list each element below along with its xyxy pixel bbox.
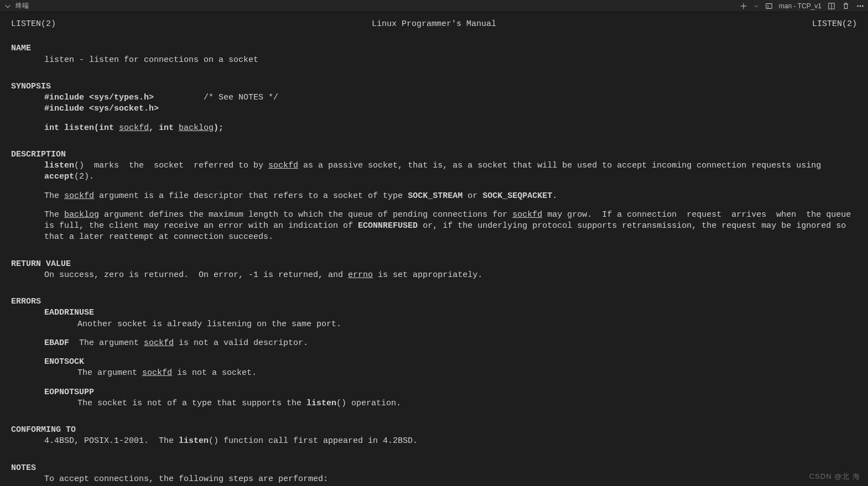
section-name: NAME bbox=[11, 43, 857, 54]
description-para-1: listen() marks the socket referred to by… bbox=[11, 160, 857, 183]
man-page-header: LISTEN(2) Linux Programmer's Manual LIST… bbox=[11, 19, 857, 30]
error-eaddrinuse-text: Another socket is already listening on t… bbox=[11, 319, 857, 330]
ellipsis-icon[interactable] bbox=[856, 2, 865, 11]
split-panel-icon[interactable] bbox=[827, 2, 836, 11]
error-eopnotsupp-text: The socket is not of a type that support… bbox=[11, 398, 857, 409]
terminal-process-label[interactable]: man - TCP_v1 bbox=[779, 2, 822, 10]
watermark-text: CSDN @北 海 bbox=[809, 472, 860, 482]
man-header-center: Linux Programmer's Manual bbox=[372, 19, 496, 30]
chevron-down-icon[interactable] bbox=[3, 2, 12, 11]
description-para-2: The sockfd argument is a file descriptor… bbox=[11, 191, 857, 202]
error-ebadf: EBADF The argument sockfd is not a valid… bbox=[11, 338, 857, 349]
synopsis-include-2: #include <sys/socket.h> bbox=[11, 103, 857, 114]
conforming-line: 4.4BSD, POSIX.1-2001. The listen() funct… bbox=[11, 436, 857, 447]
description-para-3: The backlog argument defines the maximum… bbox=[11, 210, 857, 243]
name-line: listen - listen for connections on a soc… bbox=[11, 55, 857, 66]
section-synopsis: SYNOPSIS bbox=[11, 81, 857, 92]
trash-icon[interactable] bbox=[841, 2, 850, 11]
error-enotsock-text: The argument sockfd is not a socket. bbox=[11, 368, 857, 379]
error-enotsock: ENOTSOCK bbox=[11, 357, 857, 368]
return-value-line: On success, zero is returned. On error, … bbox=[11, 270, 857, 281]
title-bar-left: 终端 bbox=[3, 1, 29, 11]
error-eaddrinuse: EADDRINUSE bbox=[11, 307, 857, 318]
terminal-process-icon bbox=[765, 2, 773, 11]
section-description: DESCRIPTION bbox=[11, 149, 857, 160]
section-conforming-to: CONFORMING TO bbox=[11, 425, 857, 436]
error-eopnotsupp: EOPNOTSUPP bbox=[11, 387, 857, 398]
plus-icon[interactable] bbox=[739, 2, 748, 11]
synopsis-include-1: #include <sys/types.h> /* See NOTES */ bbox=[11, 92, 857, 103]
terminal-tab-label[interactable]: 终端 bbox=[15, 1, 29, 11]
notes-line: To accept connections, the following ste… bbox=[11, 474, 857, 485]
synopsis-prototype: int listen(int sockfd, int backlog); bbox=[11, 123, 857, 134]
svg-point-5 bbox=[857, 6, 859, 7]
section-errors: ERRORS bbox=[11, 296, 857, 307]
chevron-down-icon[interactable] bbox=[753, 2, 759, 11]
section-notes: NOTES bbox=[11, 463, 857, 474]
section-return-value: RETURN VALUE bbox=[11, 259, 857, 270]
man-header-left: LISTEN(2) bbox=[11, 19, 56, 30]
terminal-content[interactable]: LISTEN(2) Linux Programmer's Manual LIST… bbox=[0, 12, 868, 486]
man-header-right: LISTEN(2) bbox=[812, 19, 857, 30]
svg-point-6 bbox=[860, 6, 861, 7]
title-bar-right: man - TCP_v1 bbox=[739, 2, 865, 11]
svg-rect-2 bbox=[766, 3, 772, 8]
terminal-title-bar: 终端 man - TCP_v1 bbox=[0, 0, 868, 12]
svg-point-7 bbox=[862, 6, 864, 7]
